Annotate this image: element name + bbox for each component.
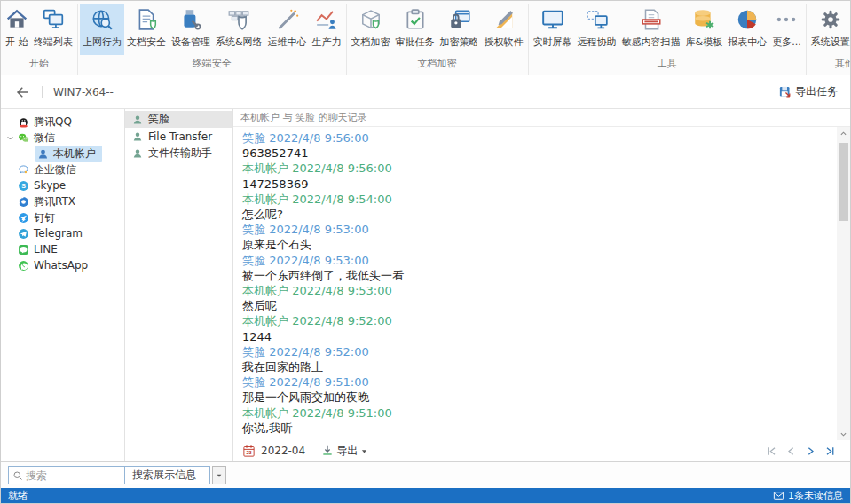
contact-item[interactable]: File Transfer: [125, 128, 232, 145]
sidebar-item-qq[interactable]: 腾讯QQ: [1, 114, 124, 130]
sidebar-item-dingtalk[interactable]: 钉钉: [1, 209, 124, 225]
search-input[interactable]: [26, 469, 121, 482]
search-bar: 搜索展示信息: [1, 461, 850, 488]
ribbon-group: 上网行为文档安全设备管理系统&网络运维中心生产力终端安全: [78, 4, 347, 75]
sidebar-item-label: LINE: [34, 243, 58, 256]
chat-message: 笑脸 2022/4/8 9:52:00我在回家的路上: [242, 344, 828, 374]
next-page-icon[interactable]: [805, 445, 816, 457]
ribbon-item-device-mgmt[interactable]: 设备管理: [169, 4, 213, 55]
last-page-icon[interactable]: [824, 445, 836, 457]
sensitive-scan-icon: [640, 8, 663, 31]
ribbon-group-label: 工具: [531, 55, 804, 75]
export-task-label: 导出任务: [795, 84, 838, 99]
sidebar-item-telegram[interactable]: Telegram: [1, 225, 124, 241]
ribbon-group-label: 终端安全: [80, 55, 344, 75]
chevron-spacer: [4, 244, 16, 255]
ribbon-item-home[interactable]: 开 始: [3, 4, 31, 55]
chevron-down-icon[interactable]: [4, 132, 16, 143]
scroll-up-button[interactable]: [837, 127, 850, 139]
chat-message: 本机帐户 2022/4/8 9:51:00你说,我听: [242, 406, 828, 436]
chevron-spacer: [4, 212, 16, 223]
ribbon-item-approval-task[interactable]: 审批任务: [393, 4, 437, 55]
ribbon-item-doc-encrypt[interactable]: 文档加密: [349, 4, 393, 55]
ribbon-item-realtime-screen[interactable]: 实时屏幕: [531, 4, 575, 55]
message-text: 147258369: [242, 177, 828, 192]
system-network-icon: [227, 8, 250, 31]
ribbon-item-sensitive-scan[interactable]: 敏感内容扫描: [619, 4, 683, 55]
unread-message-indicator[interactable]: 1条未读信息: [773, 489, 843, 502]
search-display-dropdown-button[interactable]: [212, 466, 226, 484]
ribbon-item-system-network[interactable]: 系统&网络: [213, 4, 265, 55]
ribbon-item-label: 设备管理: [171, 35, 210, 49]
ribbon-group: 开 始终端列表开始: [1, 4, 78, 75]
export-disk-icon: [778, 85, 792, 98]
search-input-box[interactable]: [8, 466, 125, 484]
ribbon-item-settings[interactable]: 系统设置: [808, 4, 851, 55]
chat-panel: 本机帐户 与 笑脸 的聊天记录 笑脸 2022/4/8 9:56:0096385…: [233, 109, 850, 461]
message-sender-time: 本机帐户 2022/4/8 9:54:00: [242, 192, 828, 207]
prev-page-icon[interactable]: [785, 445, 797, 457]
caret-down-icon: [360, 447, 368, 455]
sidebar-item-wechat[interactable]: 微信: [1, 130, 124, 146]
chat-scrollbar[interactable]: [837, 127, 850, 440]
export-task-button[interactable]: 导出任务: [778, 84, 838, 99]
ribbon-item-label: 开 始: [5, 35, 28, 49]
whatsapp-icon: [18, 260, 29, 272]
contact-item[interactable]: 笑脸: [125, 111, 232, 128]
ribbon-item-remote-assist[interactable]: 远程协助: [575, 4, 619, 55]
export-button[interactable]: 导出: [321, 444, 368, 459]
sidebar-item-label: 钉钉: [34, 210, 55, 225]
back-button[interactable]: [15, 84, 31, 100]
ribbon-item-label: 系统设置: [811, 35, 850, 49]
ribbon-item-encrypt-policy[interactable]: 加密策略: [437, 4, 482, 55]
ribbon-item-label: 敏感内容扫描: [622, 35, 681, 49]
ribbon-item-productivity[interactable]: 生产力: [310, 4, 344, 55]
terminal-list-icon: [42, 8, 65, 31]
ribbon-item-label: 终端列表: [34, 35, 73, 49]
first-page-icon[interactable]: [766, 445, 777, 457]
ribbon-item-web-behavior[interactable]: 上网行为: [80, 4, 124, 55]
ribbon-item-ops-center[interactable]: 运维中心: [265, 4, 310, 55]
message-text: 那是一个风雨交加的夜晚: [242, 390, 828, 405]
search-display-option[interactable]: 搜索展示信息: [125, 466, 210, 484]
scroll-down-button[interactable]: [837, 428, 850, 440]
skype-icon: S: [18, 180, 29, 192]
ribbon-item-doc-security[interactable]: 文档安全: [124, 4, 169, 55]
ribbon-item-terminal-list[interactable]: 终端列表: [31, 4, 75, 55]
chevron-spacer: [4, 116, 16, 127]
ribbon-item-label: 加密策略: [440, 35, 479, 49]
month-selector[interactable]: 2022-04: [261, 445, 305, 457]
sidebar-item-local-account[interactable]: 本机帐户: [1, 146, 124, 161]
productivity-icon: [315, 8, 338, 31]
scrollbar-thumb[interactable]: [839, 143, 848, 221]
library-template-icon: [692, 8, 715, 31]
sidebar-item-rtx[interactable]: 腾讯RTX: [1, 193, 124, 209]
contact-item[interactable]: 文件传输助手: [125, 145, 232, 161]
message-text: 我在回家的路上: [242, 359, 828, 374]
sidebar-item-label: Telegram: [34, 227, 83, 240]
ribbon-item-label: 文档安全: [127, 35, 166, 49]
ribbon-item-report-center[interactable]: 报表中心: [725, 4, 769, 55]
contact-name: 笑脸: [148, 112, 169, 127]
ribbon-item-label: 实时屏幕: [533, 35, 572, 49]
sidebar-item-whatsapp[interactable]: WhatsApp: [1, 257, 124, 273]
search-icon: [12, 470, 23, 481]
svg-text:S: S: [21, 183, 26, 189]
sidebar-item-wecom[interactable]: 企业微信: [1, 161, 124, 177]
sidebar-item-line[interactable]: LINE: [1, 241, 124, 257]
ribbon-item-licensed-software[interactable]: 授权软件: [482, 4, 526, 55]
chat-message: 笑脸 2022/4/8 9:56:00963852741: [242, 130, 828, 161]
message-sender-time: 笑脸 2022/4/8 9:53:00: [242, 222, 828, 237]
calendar-icon[interactable]: 23: [242, 445, 256, 458]
unread-message-label: 1条未读信息: [788, 489, 843, 502]
ribbon-item-label: 生产力: [312, 35, 342, 49]
app-sidebar: 腾讯QQ微信本机帐户企业微信SSkype腾讯RTX钉钉TelegramLINEW…: [1, 109, 125, 461]
chevron-spacer: [24, 148, 35, 159]
contact-person-icon: [132, 131, 143, 142]
chat-message: 本机帐户 2022/4/8 9:54:00怎么呢?: [242, 192, 828, 222]
ribbon-item-library-template[interactable]: 库&模板: [683, 4, 726, 55]
ribbon-item-more[interactable]: 更多...: [769, 4, 804, 55]
chat-message: 笑脸 2022/4/8 9:53:00被一个东西绊倒了，我低头一看: [242, 253, 828, 283]
chat-main: 笑脸 2022/4/8 9:56:00963852741本机帐户 2022/4/…: [233, 127, 850, 440]
sidebar-item-skype[interactable]: SSkype: [1, 177, 124, 193]
